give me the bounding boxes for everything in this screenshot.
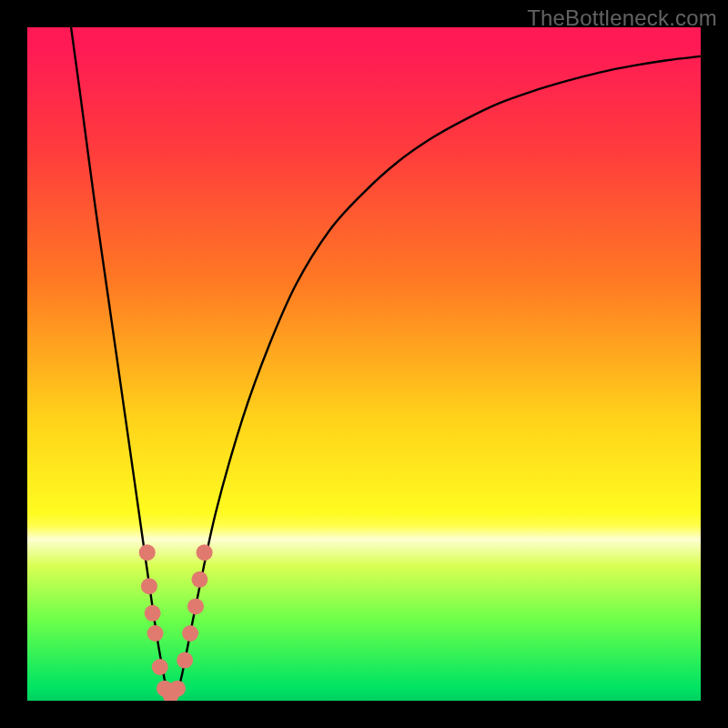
scatter-dot [187, 598, 204, 614]
bottleneck-curve [27, 27, 701, 701]
scatter-dot [145, 605, 161, 622]
scatter-dot [147, 625, 164, 642]
scatter-dot [197, 544, 213, 561]
scatter-dot [182, 625, 198, 642]
curve-path [71, 27, 701, 701]
scatter-dot [191, 571, 207, 588]
chart-plot-area [27, 27, 701, 701]
watermark-text: TheBottleneck.com [527, 5, 717, 31]
scatter-dot [139, 544, 156, 561]
chart-frame: TheBottleneck.com [0, 0, 728, 728]
scatter-dot [152, 659, 168, 675]
scatter-dot [141, 578, 157, 594]
scatter-dot [169, 681, 186, 697]
scatter-dots [139, 544, 213, 701]
scatter-dot [177, 652, 193, 669]
